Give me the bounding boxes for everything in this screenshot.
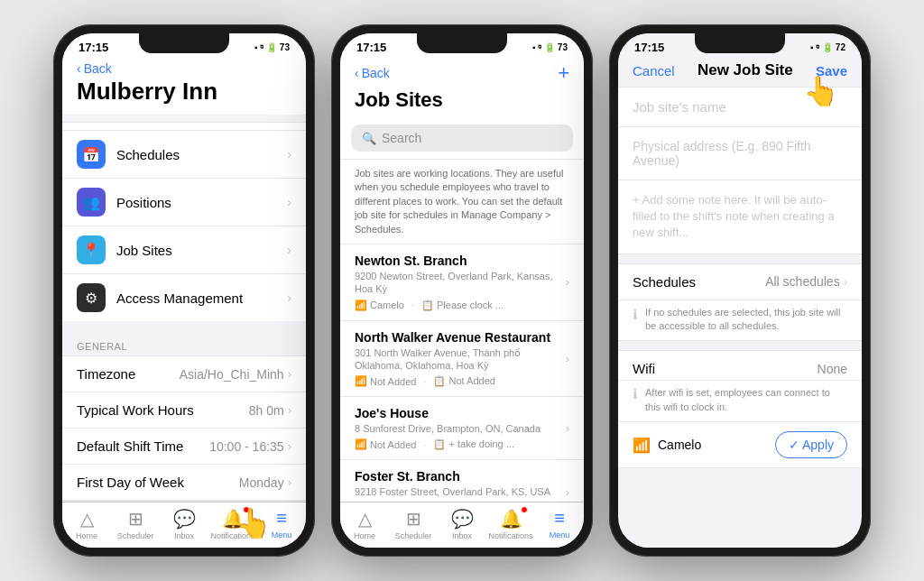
tab-scheduler-1[interactable]: ⊞ Scheduler bbox=[111, 508, 160, 540]
job-chevron-joes: › bbox=[566, 421, 569, 435]
menu-label-tab-1: Menu bbox=[272, 530, 292, 540]
menu-label-access: Access Management bbox=[116, 290, 276, 306]
search-bar-2[interactable]: 🔍 Search bbox=[351, 124, 573, 152]
tab-inbox-2[interactable]: 💬 Inbox bbox=[438, 508, 486, 540]
scheduler-icon-1: ⊞ bbox=[128, 508, 143, 530]
settings-list: Timezone Asia/Ho_Chi_Minh › Typical Work… bbox=[62, 355, 306, 501]
job-sites-icon: 📍 bbox=[77, 235, 106, 264]
wifi-network-name: Camelo bbox=[658, 438, 701, 452]
inbox-icon-1: 💬 bbox=[173, 508, 196, 530]
positions-icon: 👥 bbox=[77, 188, 106, 217]
work-hours-label: Typical Work Hours bbox=[77, 402, 194, 418]
job-name-joes: Joe's House bbox=[355, 406, 566, 420]
home-icon-1: △ bbox=[80, 508, 94, 530]
save-button[interactable]: Save bbox=[816, 63, 847, 78]
chevron-positions: › bbox=[287, 195, 291, 209]
tab-menu-2[interactable]: ≡ Menu bbox=[535, 508, 584, 540]
notifications-icon-1: 🔔 bbox=[222, 509, 245, 529]
notification-badge-2 bbox=[521, 506, 528, 513]
add-job-site-button[interactable]: + bbox=[558, 61, 569, 85]
tab-menu-1[interactable]: ≡ Menu bbox=[257, 508, 306, 540]
timezone-label: Timezone bbox=[77, 366, 135, 382]
scheduler-label-1: Scheduler bbox=[117, 531, 154, 540]
notifications-icon-2: 🔔 bbox=[500, 509, 522, 529]
back-chevron-1: ‹ bbox=[77, 61, 81, 76]
tab-scheduler-2[interactable]: ⊞ Scheduler bbox=[389, 508, 438, 540]
schedules-row[interactable]: Schedules All schedules › bbox=[618, 264, 862, 300]
settings-work-hours[interactable]: Typical Work Hours 8h 0m › bbox=[62, 392, 306, 429]
settings-first-day[interactable]: First Day of Week Monday › bbox=[62, 465, 306, 500]
wifi-note: After wifi is set, employees can connect… bbox=[645, 386, 847, 414]
chevron-schedules: › bbox=[287, 147, 291, 161]
menu-item-access[interactable]: ⚙ Access Management › bbox=[62, 274, 306, 321]
wifi-network-row[interactable]: 📶 Camelo ✓ Apply bbox=[618, 422, 862, 467]
menu-item-job-sites[interactable]: 📍 Job Sites › bbox=[62, 226, 306, 274]
first-day-label: First Day of Week bbox=[77, 475, 184, 490]
job-site-newton[interactable]: Newton St. Branch 9200 Newton Street, Ov… bbox=[340, 244, 584, 321]
back-label-1: Back bbox=[84, 61, 112, 76]
page-title-1: Mulberry Inn bbox=[77, 76, 291, 115]
tab-notifications-2[interactable]: 🔔 Notifications bbox=[486, 508, 535, 540]
tab-home-2[interactable]: △ Home bbox=[340, 508, 389, 540]
status-icons-3: ▪ ᵑ 🔋 72 bbox=[810, 42, 845, 52]
job-sites-list: Newton St. Branch 9200 Newton Street, Ov… bbox=[340, 244, 584, 502]
job-address-joes: 8 Sunforest Drive, Brampton, ON, Canada bbox=[355, 422, 566, 435]
phone-mulberry-inn: 17:15 ▪ ᵑ 🔋 73 ‹ Back Mulberry Inn bbox=[53, 24, 315, 557]
job-wifi-newton: 📶 Camelo bbox=[355, 300, 404, 311]
job-note-input[interactable]: + Add some note here. It will be auto-fi… bbox=[618, 180, 862, 254]
menu-icon-1: ≡ bbox=[276, 508, 287, 529]
job-address-walker: 301 North Walker Avenue, Thành phố Oklah… bbox=[355, 346, 566, 373]
job-address-input[interactable]: Physical address (E.g. 890 Fifth Avenue) bbox=[618, 127, 862, 180]
settings-timezone[interactable]: Timezone Asia/Ho_Chi_Minh › bbox=[62, 356, 306, 392]
status-time-3: 17:15 bbox=[634, 41, 664, 54]
status-time-1: 17:15 bbox=[79, 41, 108, 54]
job-site-foster[interactable]: Foster St. Branch 9218 Foster Street, Ov… bbox=[340, 460, 584, 502]
info-icon-schedules: ℹ bbox=[633, 307, 638, 323]
cancel-button[interactable]: Cancel bbox=[633, 63, 675, 78]
phone-new-job-site: 17:15 ▪ ᵑ 🔋 72 Cancel New Job Site Save … bbox=[609, 24, 871, 557]
chevron-job-sites: › bbox=[287, 243, 291, 257]
inbox-label-2: Inbox bbox=[452, 531, 472, 540]
first-day-value: Monday bbox=[239, 475, 284, 490]
job-site-joes[interactable]: Joe's House 8 Sunforest Drive, Brampton,… bbox=[340, 397, 584, 460]
first-day-chevron: › bbox=[288, 475, 291, 489]
phone-job-sites: 17:15 ▪ ᵑ 🔋 73 ‹ Back + bbox=[331, 24, 593, 557]
job-name-input[interactable]: Job site's name bbox=[618, 88, 862, 127]
schedules-info: ℹ If no schedules are selected, this job… bbox=[618, 300, 862, 341]
job-site-walker[interactable]: North Walker Avenue Restaurant 301 North… bbox=[340, 321, 584, 398]
back-nav-1[interactable]: ‹ Back bbox=[77, 61, 291, 76]
job-clock-joes: 📋 + take doing ... bbox=[433, 438, 514, 450]
wifi-row[interactable]: Wifi None bbox=[618, 351, 862, 381]
back-label-2: Back bbox=[362, 66, 390, 80]
menu-item-schedules[interactable]: 📅 Schedules › bbox=[62, 130, 306, 179]
notifications-label-2: Notifications bbox=[488, 531, 532, 540]
schedules-icon: 📅 bbox=[77, 140, 106, 169]
job-sites-description: Job sites are working locations. They ar… bbox=[340, 160, 584, 244]
tab-notifications-1[interactable]: 🔔 Notifications bbox=[208, 508, 257, 540]
job-chevron-newton: › bbox=[566, 275, 569, 289]
back-nav-2[interactable]: ‹ Back bbox=[355, 66, 390, 80]
tab-inbox-1[interactable]: 💬 Inbox bbox=[160, 508, 208, 540]
inbox-label-1: Inbox bbox=[174, 531, 194, 540]
timezone-value: Asia/Ho_Chi_Minh bbox=[180, 367, 284, 382]
status-icons-1: ▪ ᵑ 🔋 73 bbox=[254, 42, 290, 52]
menu-item-positions[interactable]: 👥 Positions › bbox=[62, 179, 306, 226]
job-clock-newton: 📋 Please clock ... bbox=[421, 300, 504, 311]
wifi-value: None bbox=[818, 362, 847, 376]
tab-home-1[interactable]: △ Home bbox=[62, 508, 111, 540]
schedules-note: If no schedules are selected, this job s… bbox=[645, 306, 847, 334]
apply-button[interactable]: ✓ Apply bbox=[775, 431, 847, 458]
shift-time-chevron: › bbox=[288, 439, 291, 453]
general-section-label: GENERAL bbox=[62, 328, 306, 355]
menu-icon-2: ≡ bbox=[554, 508, 565, 529]
settings-shift-time[interactable]: Default Shift Time 10:00 - 16:35 › bbox=[62, 429, 306, 465]
schedules-label: Schedules bbox=[633, 274, 696, 290]
job-wifi-walker: 📶 Not Added bbox=[355, 375, 416, 387]
access-icon: ⚙ bbox=[77, 283, 106, 312]
scheduler-icon-2: ⊞ bbox=[406, 508, 421, 530]
job-name-foster: Foster St. Branch bbox=[355, 469, 566, 484]
wifi-info: ℹ After wifi is set, employees can conne… bbox=[618, 381, 862, 422]
shift-time-value: 10:00 - 16:35 bbox=[209, 439, 284, 454]
info-icon-wifi: ℹ bbox=[633, 386, 638, 402]
status-icons-2: ▪ ᵑ 🔋 73 bbox=[532, 42, 568, 52]
